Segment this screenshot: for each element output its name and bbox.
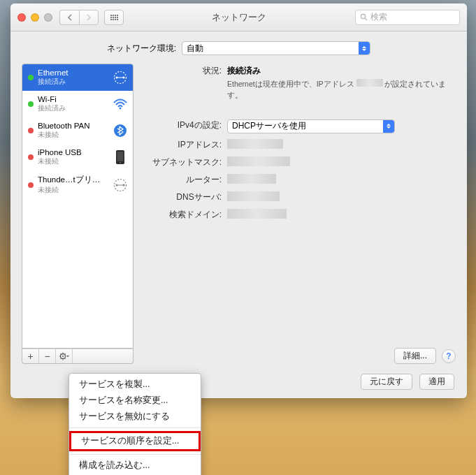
svg-point-16 [62,356,64,357]
service-status: 接続済み [38,77,108,87]
minimize-button[interactable] [31,13,39,22]
ip-redacted [356,79,383,87]
advanced-button[interactable]: 詳細... [394,348,436,364]
search-icon [360,13,368,21]
gear-context-menu: サービスを複製...サービスを名称変更...サービスを無効にするサービスの順序を… [68,373,201,475]
menu-separator [69,428,201,428]
service-item-iphone[interactable]: iPhone USB未接続 [22,144,133,170]
menu-item[interactable]: サービスを無効にする [69,409,201,425]
dns-label: DNSサーバ: [143,190,227,203]
gear-menu-button[interactable] [56,349,73,363]
zoom-button[interactable] [44,13,52,22]
service-status: 未接続 [38,130,108,140]
menu-item[interactable]: 構成を読み込む... [69,458,201,474]
service-item-wifi[interactable]: Wi-Fi接続済み [22,91,133,117]
menu-item[interactable]: サービスを名称変更... [69,393,201,409]
location-dropdown[interactable]: 自動 [182,41,370,55]
add-service-button[interactable]: + [22,349,39,363]
svg-point-6 [120,108,122,110]
status-dot-icon [28,101,34,107]
location-row: ネットワーク環境: 自動 [10,31,467,64]
service-item-thunderbolt[interactable]: Thunde…tブリッジ未接続 [22,170,133,199]
remove-service-button[interactable]: − [39,349,56,363]
status-dot-icon [28,75,34,80]
service-status: 未接続 [38,185,108,195]
location-value: 自動 [182,43,359,54]
status-value: 接続済み [227,66,261,75]
menu-item[interactable]: サービスを複製... [69,377,201,393]
subnet-label: サブネットマスク: [143,155,227,168]
menu-separator [69,454,201,455]
show-all-button[interactable] [104,10,124,25]
chevron-updown-icon [359,42,370,54]
traffic-lights [17,13,52,22]
svg-line-1 [365,18,367,20]
titlebar: ネットワーク 検索 [10,3,467,31]
router-label: ルーター: [143,173,227,186]
close-button[interactable] [17,13,26,22]
search-input[interactable]: 検索 [355,10,460,25]
service-name: Ethernet [38,68,108,77]
searchdomain-label: 検索ドメイン: [143,207,227,221]
location-label: ネットワーク環境: [107,43,176,54]
prefs-window: ネットワーク 検索 ネットワーク環境: 自動 Ethernet接続済みWi-Fi… [10,3,467,398]
status-dot-icon [28,154,34,160]
ipv4-config-label: IPv4の設定: [143,118,227,131]
service-name: Wi-Fi [38,95,108,103]
ipv4-config-dropdown[interactable]: DHCPサーバを使用 [227,119,395,133]
searchdomain-value [227,209,287,219]
status-dot-icon [28,128,34,133]
window-title: ネットワーク [212,11,266,24]
service-item-ethernet[interactable]: Ethernet接続済み [22,64,133,91]
svg-rect-9 [117,152,124,161]
nav-buttons [59,10,99,25]
menu-item[interactable]: サービスの順序を設定... [69,431,201,451]
forward-button[interactable] [79,10,99,25]
iphone-icon [112,149,129,165]
ip-value [227,139,283,149]
back-button[interactable] [59,10,79,25]
sidebar-footer: + − [22,349,134,364]
service-item-bluetooth[interactable]: Bluetooth PAN未接続 [22,117,133,144]
apply-button[interactable]: 適用 [419,374,454,390]
wifi-icon [112,96,129,112]
service-sidebar: Ethernet接続済みWi-Fi接続済みBluetooth PAN未接続iPh… [22,64,134,364]
ip-label: IPアドレス: [143,138,227,151]
help-button[interactable]: ? [442,349,456,363]
service-name: Bluetooth PAN [38,122,108,130]
service-status: 接続済み [38,103,108,113]
search-placeholder: 検索 [370,11,387,23]
service-name: iPhone USB [38,148,108,156]
status-label: 状況: [143,64,227,77]
thunderbolt-icon [112,177,129,193]
bluetooth-icon [112,123,129,138]
service-list: Ethernet接続済みWi-Fi接続済みBluetooth PAN未接続iPh… [22,64,134,349]
router-value [227,174,276,184]
dns-value [227,191,280,201]
chevron-updown-icon [383,120,394,133]
svg-point-0 [361,14,365,18]
svg-point-10 [120,162,121,163]
service-detail: 状況: 接続済み Ethernetは現在使用中で、IPアドレス が設定されていま… [143,64,456,364]
status-dot-icon [28,182,34,188]
service-status: 未接続 [38,156,108,166]
subnet-value [227,156,290,166]
status-desc-pre: Ethernetは現在使用中で、IPアドレス [227,80,354,88]
ethernet-icon [112,70,129,85]
gear-icon [59,352,70,360]
revert-button[interactable]: 元に戻す [361,374,412,390]
service-name: Thunde…tブリッジ [38,175,108,185]
ipv4-config-value: DHCPサーバを使用 [228,120,383,132]
